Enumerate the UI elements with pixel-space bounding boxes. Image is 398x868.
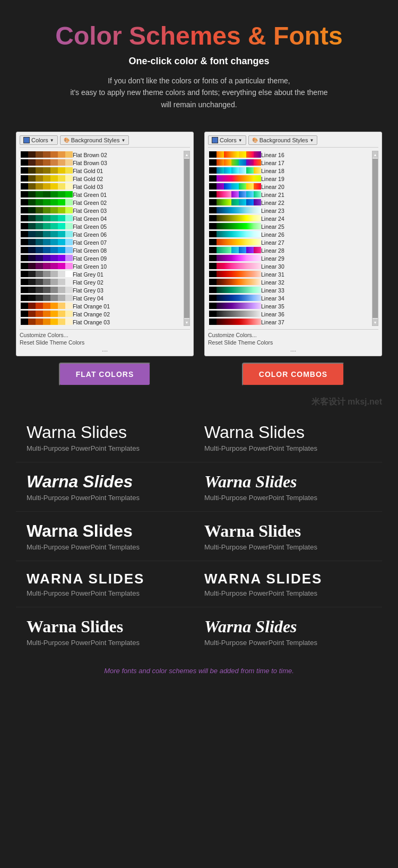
list-item[interactable]: Linear 34 bbox=[208, 294, 371, 302]
left-color-panel: Colors ▼ 🎨 Background Styles ▼ bbox=[16, 132, 194, 356]
list-item[interactable]: Flat Green 02 bbox=[20, 199, 183, 207]
right-panel-wrapper: Colors ▼ 🎨 Background Styles ▼ bbox=[204, 132, 382, 386]
list-item[interactable]: Flat Green 10 bbox=[20, 262, 183, 270]
right-scroll-down-arrow[interactable]: ▼ bbox=[373, 319, 378, 325]
font-sample-title: WARNA SLIDES bbox=[27, 571, 194, 587]
right-scrollbar[interactable]: ▲ ▼ bbox=[372, 151, 378, 326]
list-item[interactable]: Flat Orange 01 bbox=[20, 302, 183, 310]
font-sample-subtitle: Multi-Purpose PowerPoint Templates bbox=[27, 589, 194, 597]
list-item[interactable]: Flat Orange 02 bbox=[20, 310, 183, 318]
right-color-panel: Colors ▼ 🎨 Background Styles ▼ bbox=[204, 132, 382, 356]
left-scrollbar[interactable]: ▲ ▼ bbox=[184, 151, 190, 326]
list-item[interactable]: Linear 31 bbox=[208, 270, 371, 278]
font-samples-section: Warna Slides Multi-Purpose PowerPoint Te… bbox=[16, 413, 382, 656]
list-item[interactable]: Linear 37 bbox=[208, 318, 371, 326]
font-sample-subtitle: Multi-Purpose PowerPoint Templates bbox=[27, 444, 194, 452]
list-item[interactable]: Flat Green 07 bbox=[20, 238, 183, 246]
list-item[interactable]: Linear 25 bbox=[208, 222, 371, 230]
list-item[interactable]: Flat Grey 03 bbox=[20, 286, 183, 294]
list-item[interactable]: Flat Green 03 bbox=[20, 207, 183, 214]
font-row-4: WARNA SLIDES Multi-Purpose PowerPoint Te… bbox=[16, 561, 382, 607]
main-title: Color Schemes & Fonts bbox=[16, 21, 382, 50]
font-cell-right-2: Warna Slides Multi-Purpose PowerPoint Te… bbox=[199, 472, 377, 502]
list-item[interactable]: Linear 20 bbox=[208, 183, 371, 191]
scroll-up-arrow[interactable]: ▲ bbox=[184, 151, 189, 158]
list-item[interactable]: Flat Green 06 bbox=[20, 230, 183, 238]
font-cell-left-4: WARNA SLIDES Multi-Purpose PowerPoint Te… bbox=[21, 571, 199, 597]
reset-theme-link[interactable]: Reset Slide Theme Colors bbox=[20, 339, 190, 346]
list-item[interactable]: Flat Gold 03 bbox=[20, 183, 183, 191]
list-item[interactable]: Flat Green 09 bbox=[20, 254, 183, 262]
panel-dots: .... bbox=[20, 347, 190, 353]
list-item[interactable]: Flat Gold 01 bbox=[20, 167, 183, 175]
right-panel-dots: .... bbox=[208, 347, 378, 353]
list-item[interactable]: Flat Green 05 bbox=[20, 222, 183, 230]
colors-dropdown-arrow: ▼ bbox=[50, 138, 54, 143]
list-item[interactable]: Linear 17 bbox=[208, 159, 371, 167]
list-item[interactable]: Linear 23 bbox=[208, 207, 371, 214]
font-sample-title: Warna Slides bbox=[27, 521, 194, 541]
list-item[interactable]: Linear 16 bbox=[208, 151, 371, 159]
list-item[interactable]: Linear 29 bbox=[208, 254, 371, 262]
list-item[interactable]: Linear 35 bbox=[208, 302, 371, 310]
list-item[interactable]: Linear 26 bbox=[208, 230, 371, 238]
list-item[interactable]: Linear 27 bbox=[208, 238, 371, 246]
right-scroll-thumb[interactable] bbox=[373, 159, 378, 318]
font-sample-title: Warna Slides bbox=[204, 472, 371, 492]
left-colors-button[interactable]: Colors ▼ bbox=[20, 135, 58, 145]
list-item[interactable]: Flat Grey 01 bbox=[20, 270, 183, 278]
list-item[interactable]: Linear 30 bbox=[208, 262, 371, 270]
list-item[interactable]: Flat Grey 02 bbox=[20, 278, 183, 286]
left-bgstyles-button[interactable]: 🎨 Background Styles ▼ bbox=[60, 135, 129, 145]
left-panel-list: Flat Brown 02 bbox=[20, 151, 183, 326]
subtitle: One-click color & font changes bbox=[16, 56, 382, 67]
font-cell-left-2: Warna Slides Multi-Purpose PowerPoint Te… bbox=[21, 472, 199, 502]
scroll-thumb[interactable] bbox=[184, 159, 189, 318]
left-panel-wrapper: Colors ▼ 🎨 Background Styles ▼ bbox=[16, 132, 194, 386]
list-item[interactable]: Flat Orange 03 bbox=[20, 318, 183, 326]
watermark: 米客设计 mksj.net bbox=[16, 397, 382, 408]
font-sample-subtitle: Multi-Purpose PowerPoint Templates bbox=[204, 494, 371, 502]
list-item[interactable]: Flat Brown 02 bbox=[20, 151, 183, 159]
left-panel-footer: Customize Colors... Reset Slide Theme Co… bbox=[20, 329, 190, 353]
right-bgstyles-button[interactable]: 🎨 Background Styles ▼ bbox=[248, 135, 318, 145]
right-reset-theme-link[interactable]: Reset Slide Theme Colors bbox=[208, 339, 378, 346]
list-item[interactable]: Flat Brown 03 bbox=[20, 159, 183, 167]
list-item[interactable]: Linear 21 bbox=[208, 191, 371, 199]
list-item[interactable]: Flat Green 01 bbox=[20, 191, 183, 199]
right-panel-toolbar: Colors ▼ 🎨 Background Styles ▼ bbox=[208, 135, 378, 148]
font-row-5: Warna Slides Multi-Purpose PowerPoint Te… bbox=[16, 607, 382, 656]
customize-colors-link[interactable]: Customize Colors... bbox=[20, 332, 190, 338]
list-item[interactable]: Flat Green 08 bbox=[20, 246, 183, 254]
list-item[interactable]: Linear 33 bbox=[208, 286, 371, 294]
list-item[interactable]: Linear 19 bbox=[208, 175, 371, 183]
bgstyles-dropdown-arrow: ▼ bbox=[121, 138, 125, 143]
list-item[interactable]: Linear 36 bbox=[208, 310, 371, 318]
flat-colors-button[interactable]: FLAT COLORS bbox=[59, 363, 151, 386]
list-item[interactable]: Flat Gold 02 bbox=[20, 175, 183, 183]
font-sample-title: Warna Slides bbox=[27, 423, 194, 442]
font-sample-title: Warna Slides bbox=[204, 617, 371, 637]
list-item[interactable]: Flat Grey 04 bbox=[20, 294, 183, 302]
right-scroll-up-arrow[interactable]: ▲ bbox=[373, 151, 378, 158]
font-row-2: Warna Slides Multi-Purpose PowerPoint Te… bbox=[16, 462, 382, 512]
right-colors-button[interactable]: Colors ▼ bbox=[208, 135, 246, 145]
color-combos-button[interactable]: COLOR COMBOS bbox=[242, 363, 344, 386]
list-item[interactable]: Linear 32 bbox=[208, 278, 371, 286]
list-item[interactable]: Flat Green 04 bbox=[20, 214, 183, 222]
list-item[interactable]: Linear 18 bbox=[208, 167, 371, 175]
list-item[interactable]: Linear 28 bbox=[208, 246, 371, 254]
list-item[interactable]: Linear 22 bbox=[208, 199, 371, 207]
bgstyles-icon: 🎨 bbox=[64, 137, 70, 143]
scroll-down-arrow[interactable]: ▼ bbox=[184, 319, 189, 325]
font-sample-title: Warna Slides bbox=[27, 472, 194, 492]
right-customize-colors-link[interactable]: Customize Colors... bbox=[208, 332, 378, 338]
description: If you don't like the colors or fonts of… bbox=[16, 75, 382, 110]
font-sample-title: Warna Slides bbox=[204, 521, 371, 541]
font-cell-right-3: Warna Slides Multi-Purpose PowerPoint Te… bbox=[199, 521, 377, 551]
right-list-container: Linear 16 L bbox=[208, 151, 378, 326]
font-sample-subtitle: Multi-Purpose PowerPoint Templates bbox=[204, 639, 371, 647]
list-item[interactable]: Linear 24 bbox=[208, 214, 371, 222]
font-sample-subtitle: Multi-Purpose PowerPoint Templates bbox=[204, 589, 371, 597]
font-sample-subtitle: Multi-Purpose PowerPoint Templates bbox=[27, 639, 194, 647]
